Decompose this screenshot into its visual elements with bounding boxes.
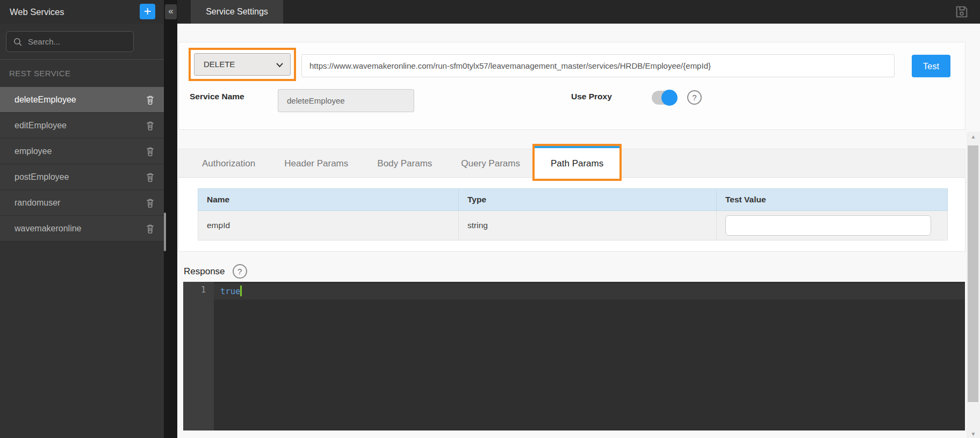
collapse-sidebar-button[interactable]: « bbox=[165, 4, 177, 19]
sidebar-rail: « bbox=[164, 0, 177, 438]
params-card: Authorization Header Params Body Params … bbox=[178, 149, 965, 252]
rest-service-section-label: REST SERVICE bbox=[0, 59, 164, 87]
sidebar-item-randomuser[interactable]: randomuser bbox=[0, 190, 164, 216]
editor-current-line: true bbox=[214, 283, 965, 300]
editor-gutter: 1 bbox=[183, 282, 214, 430]
tab-authorization[interactable]: Authorization bbox=[188, 149, 270, 177]
service-label: postEmployee bbox=[15, 164, 69, 189]
delete-service-icon[interactable] bbox=[146, 223, 155, 236]
service-settings-panel: DELETE Test Service Name Use Proxy ? Aut… bbox=[177, 24, 980, 438]
sidebar-item-deleteEmployee[interactable]: deleteEmployee bbox=[0, 87, 164, 113]
use-proxy-label: Use Proxy bbox=[571, 92, 612, 101]
scroll-down-icon[interactable]: ▼ bbox=[967, 431, 980, 437]
method-select[interactable]: DELETE bbox=[194, 53, 291, 76]
test-value-input[interactable] bbox=[725, 215, 931, 236]
table-row: empId string bbox=[198, 211, 948, 240]
sidebar-scrollbar-thumb[interactable] bbox=[164, 213, 166, 251]
delete-service-icon[interactable] bbox=[146, 146, 155, 159]
search-icon bbox=[13, 37, 23, 47]
method-select-value: DELETE bbox=[204, 54, 235, 75]
response-value: true bbox=[220, 287, 240, 296]
delete-service-icon[interactable] bbox=[146, 198, 155, 210]
path-params-table: Name Type Test Value empId string bbox=[198, 188, 948, 240]
sidebar-header: Web Services + bbox=[0, 0, 164, 24]
column-header-type: Type bbox=[459, 189, 717, 211]
tab-body-params[interactable]: Body Params bbox=[363, 149, 446, 177]
delete-service-icon[interactable] bbox=[146, 172, 155, 185]
service-label: deleteEmployee bbox=[15, 87, 76, 112]
request-url-input[interactable] bbox=[301, 54, 895, 77]
scrollbar-thumb[interactable] bbox=[968, 145, 978, 402]
scroll-up-icon[interactable]: ▲ bbox=[967, 134, 980, 140]
sidebar-title: Web Services bbox=[10, 0, 64, 24]
service-search-box bbox=[6, 31, 134, 52]
delete-service-icon[interactable] bbox=[146, 120, 155, 133]
save-icon[interactable] bbox=[954, 4, 969, 19]
response-header: Response ? bbox=[184, 264, 247, 279]
response-code-editor[interactable]: 1 true bbox=[183, 282, 965, 430]
response-help-icon[interactable]: ? bbox=[233, 264, 247, 279]
search-input[interactable] bbox=[28, 32, 130, 52]
toggle-knob bbox=[661, 90, 678, 106]
chevron-down-icon bbox=[276, 63, 283, 68]
test-button[interactable]: Test bbox=[912, 55, 950, 77]
tab-path-params[interactable]: Path Params bbox=[535, 146, 619, 179]
tab-query-params[interactable]: Query Params bbox=[446, 149, 535, 177]
column-header-name: Name bbox=[198, 189, 459, 211]
content-scrollbar[interactable]: ▲ ▼ bbox=[967, 132, 980, 438]
tab-service-settings[interactable]: Service Settings bbox=[191, 0, 283, 24]
editor-caret bbox=[240, 286, 242, 296]
delete-service-icon[interactable] bbox=[146, 94, 155, 107]
param-name-cell: empId bbox=[198, 211, 459, 240]
service-name-input[interactable] bbox=[278, 89, 414, 112]
service-list: deleteEmployee editEmployee employee pos… bbox=[0, 87, 164, 242]
service-label: wavemakeronline bbox=[15, 216, 82, 241]
tab-header-params[interactable]: Header Params bbox=[270, 149, 363, 177]
service-label: employee bbox=[15, 138, 52, 164]
method-highlight-box: DELETE bbox=[189, 48, 296, 81]
sidebar-item-wavemakeronline[interactable]: wavemakeronline bbox=[0, 216, 164, 242]
use-proxy-toggle[interactable] bbox=[652, 91, 675, 105]
service-label: randomuser bbox=[15, 190, 60, 215]
sidebar-item-postEmployee[interactable]: postEmployee bbox=[0, 164, 164, 190]
params-tabstrip: Authorization Header Params Body Params … bbox=[179, 149, 965, 178]
response-label: Response bbox=[184, 266, 225, 277]
param-test-value-cell bbox=[717, 211, 948, 240]
param-type-cell: string bbox=[459, 211, 717, 240]
service-label: editEmployee bbox=[15, 113, 67, 138]
sidebar-item-editEmployee[interactable]: editEmployee bbox=[0, 113, 164, 138]
web-services-sidebar: Web Services + REST SERVICE deleteEmploy… bbox=[0, 0, 164, 438]
sidebar-item-employee[interactable]: employee bbox=[0, 138, 164, 164]
use-proxy-help-icon[interactable]: ? bbox=[687, 90, 702, 105]
add-service-button[interactable]: + bbox=[140, 4, 155, 19]
top-bar: Service Settings bbox=[177, 0, 980, 24]
line-number: 1 bbox=[201, 285, 206, 295]
service-name-label: Service Name bbox=[190, 92, 244, 101]
request-settings-card: DELETE Test Service Name Use Proxy ? bbox=[178, 42, 965, 130]
table-header-row: Name Type Test Value bbox=[198, 189, 948, 211]
app-root: Web Services + REST SERVICE deleteEmploy… bbox=[0, 0, 980, 438]
column-header-test-value: Test Value bbox=[717, 189, 948, 211]
